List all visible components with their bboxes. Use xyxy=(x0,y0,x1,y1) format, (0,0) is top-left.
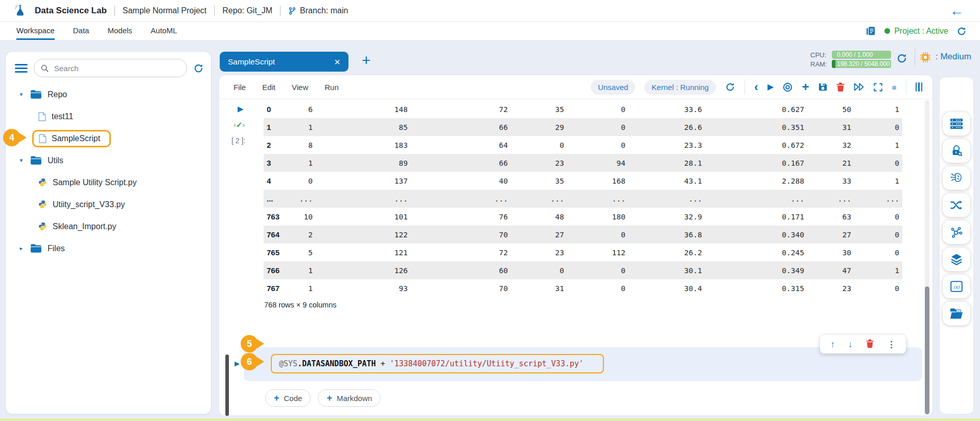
data-cell: 1 xyxy=(287,261,316,279)
dataframe-tbody: 061487235033.60.62750111856629026.60.351… xyxy=(264,100,902,297)
close-tab-icon[interactable]: × xyxy=(334,57,340,67)
tree-file-test11[interactable]: test11 xyxy=(6,105,211,127)
stop-kernel-icon[interactable]: ■ xyxy=(892,83,896,91)
fullscreen-icon[interactable] xyxy=(874,83,882,92)
data-cell: 94 xyxy=(567,154,628,172)
run-code-cell-icon[interactable]: ▶ xyxy=(235,360,240,367)
tree-folder-files[interactable]: ▸ Files xyxy=(6,237,211,259)
shuffle-icon[interactable] xyxy=(943,193,970,217)
add-cell-icon[interactable]: + xyxy=(802,81,809,93)
tab-title: SampleScript xyxy=(228,57,275,67)
search-input[interactable] xyxy=(53,63,180,73)
table-row: 76310101764818032.90.171630 xyxy=(264,208,902,226)
table-row: 76421227027036.80.340270 xyxy=(264,226,902,243)
kernel-refresh-icon[interactable] xyxy=(725,82,735,92)
tab-models[interactable]: Models xyxy=(107,22,132,40)
tree-file-sample-utility[interactable]: Sample Utility Script.py xyxy=(6,171,211,193)
tree-file-utiity-script[interactable]: Utiity_script_V33.py xyxy=(6,193,211,215)
delete-notebook-trash-icon[interactable] xyxy=(836,82,845,92)
data-cell: 137 xyxy=(316,172,411,190)
delete-cell-button[interactable] xyxy=(863,339,877,350)
tree-file-samplescript[interactable]: SampleScript xyxy=(6,127,211,149)
datasets-server-icon[interactable] xyxy=(943,112,970,136)
interrupt-kernel-target-icon[interactable] xyxy=(783,82,792,92)
new-tab-button[interactable]: + xyxy=(359,52,374,69)
main-nav: Workspace Data Models AutoML Project : A… xyxy=(0,22,980,40)
add-cell-actions: + Code + Markdown xyxy=(265,389,381,407)
annotation-badge-4: 4 xyxy=(3,129,20,146)
tree-file-sklean-import[interactable]: Sklean_Import.py xyxy=(6,215,211,237)
data-cell: 2.288 xyxy=(705,172,807,190)
cell-menu-kebab-button[interactable]: ⋮ xyxy=(884,340,899,349)
run-cell-icon[interactable]: ▶ xyxy=(767,83,774,91)
tree-folder-repo[interactable]: ▾ Repo xyxy=(6,83,211,105)
data-cell: 33.6 xyxy=(628,100,705,118)
code-cell-input[interactable]: @SYS.DATASANDBOX_PATH + '13384007072/uti… xyxy=(271,354,604,373)
menu-run[interactable]: Run xyxy=(324,83,339,92)
data-cell: 70 xyxy=(411,226,511,243)
data-cell: 30.4 xyxy=(628,279,705,297)
collapse-panel-icon[interactable]: ‹ xyxy=(754,81,758,93)
file-icon xyxy=(39,134,46,143)
notebook-scrollbar-thumb[interactable] xyxy=(925,286,929,414)
data-cell: 36.8 xyxy=(628,226,705,243)
back-button[interactable]: ← xyxy=(947,4,967,18)
ml-brain-circuit-icon[interactable] xyxy=(943,166,970,190)
move-cell-down-button[interactable]: ↓ xyxy=(845,340,856,349)
file-label: test11 xyxy=(52,112,73,121)
divider xyxy=(744,79,745,95)
tree-refresh-icon[interactable] xyxy=(193,63,204,74)
menu-view[interactable]: View xyxy=(292,83,308,92)
data-cell: 29 xyxy=(511,118,567,136)
variables-function-window-icon[interactable]: (x) xyxy=(943,275,970,298)
table-row: 7671937031030.40.315230 xyxy=(264,279,902,297)
data-cell: 0 xyxy=(567,279,628,297)
file-label: Sklean_Import.py xyxy=(53,222,116,231)
move-cell-up-button[interactable]: ↑ xyxy=(827,340,838,349)
save-notebook-icon[interactable] xyxy=(818,82,827,92)
open-document-tab[interactable]: SampleScript × xyxy=(220,52,348,72)
dataframe-output-table: 061487235033.60.62750111856629026.60.351… xyxy=(264,100,902,297)
folder-label: Repo xyxy=(48,90,67,99)
menu-edit[interactable]: Edit xyxy=(262,83,275,92)
tab-data[interactable]: Data xyxy=(73,22,89,40)
menu-file[interactable]: File xyxy=(234,83,246,92)
branch-label: Branch: main xyxy=(300,6,348,15)
run-output-cell-icon[interactable]: ▶ xyxy=(238,104,244,114)
file-browser-folder-icon[interactable] xyxy=(943,302,970,325)
network-nodes-icon[interactable] xyxy=(943,220,970,244)
file-label: SampleScript xyxy=(52,134,100,143)
tab-automl[interactable]: AutoML xyxy=(151,22,177,40)
menu-hamburger-icon[interactable] xyxy=(15,64,28,73)
data-cell: 64 xyxy=(411,136,511,154)
logs-document-icon[interactable] xyxy=(865,26,876,37)
data-cell: 0 xyxy=(511,136,567,154)
project-status-text: Project : Active xyxy=(894,27,948,36)
data-cell: 33 xyxy=(807,172,854,190)
row-index-cell: 0 xyxy=(264,100,287,118)
add-code-cell-button[interactable]: + Code xyxy=(265,389,311,407)
data-cell: 2 xyxy=(287,226,316,243)
data-cell: 0 xyxy=(287,172,316,190)
layout-columns-icon[interactable] xyxy=(916,82,923,92)
layers-icon[interactable] xyxy=(943,248,970,271)
tab-workspace[interactable]: Workspace xyxy=(16,22,55,40)
resources-refresh-icon[interactable] xyxy=(896,53,907,64)
python-file-icon xyxy=(38,200,47,209)
secrets-lock-key-icon[interactable] xyxy=(943,139,970,163)
kernel-status-badge[interactable]: Kernel : Running xyxy=(644,80,716,95)
table-row: 7661126600030.10.349471 xyxy=(264,261,902,279)
cell-success-indicator: ‹✓› xyxy=(234,120,245,129)
data-cell: 47 xyxy=(807,261,854,279)
add-markdown-cell-button[interactable]: + Markdown xyxy=(318,389,381,407)
row-index-cell: 3 xyxy=(264,154,287,172)
tree-folder-utils[interactable]: ▾ Utils xyxy=(6,149,211,171)
data-cell: 66 xyxy=(411,118,511,136)
data-cell: 30 xyxy=(807,243,854,261)
data-cell: 50 xyxy=(807,100,854,118)
divider xyxy=(114,6,115,16)
project-refresh-icon[interactable] xyxy=(956,26,967,36)
data-cell: 112 xyxy=(567,243,628,261)
folder-label: Utils xyxy=(48,156,63,165)
run-all-fast-forward-icon[interactable] xyxy=(854,83,865,91)
